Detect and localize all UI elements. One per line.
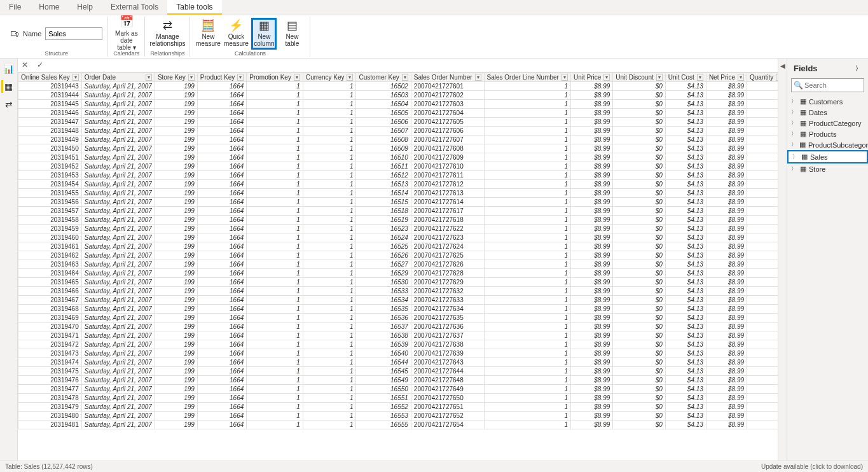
table-row[interactable]: 20319453Saturday, April 21, 200719916641… <box>18 171 778 180</box>
table-row[interactable]: 20319446Saturday, April 21, 200719916641… <box>18 109 778 118</box>
table-row[interactable]: 20319470Saturday, April 21, 200719916641… <box>18 323 778 331</box>
ribbon-tab-external-tools[interactable]: External Tools <box>102 0 167 15</box>
col-header-customer-key[interactable]: Customer Key▾ <box>356 73 411 82</box>
filter-dropdown-icon[interactable]: ▾ <box>776 74 778 81</box>
table-row[interactable]: 20319468Saturday, April 21, 200719916641… <box>18 305 778 314</box>
col-header-sales-order-line-number[interactable]: Sales Order Line Number▾ <box>484 73 570 82</box>
filter-dropdown-icon[interactable]: ▾ <box>237 74 244 81</box>
table-row[interactable]: 20319443Saturday, April 21, 200719916641… <box>18 82 778 91</box>
table-row[interactable]: 20319475Saturday, April 21, 200719916641… <box>18 367 778 376</box>
table-row[interactable]: 20319463Saturday, April 21, 200719916641… <box>18 260 778 269</box>
filter-dropdown-icon[interactable]: ▾ <box>475 74 481 81</box>
new-table-button[interactable]: ▤New table <box>279 18 305 50</box>
table-row[interactable]: 20319460Saturday, April 21, 200719916641… <box>18 233 778 242</box>
quick-measure-button[interactable]: ⚡Quick measure <box>223 18 249 50</box>
filter-dropdown-icon[interactable]: ▾ <box>72 74 79 81</box>
table-row[interactable]: 20319464Saturday, April 21, 200719916641… <box>18 269 778 278</box>
field-table-products[interactable]: 〉▦Products <box>787 128 868 139</box>
field-table-productsubcategory[interactable]: 〉▦ProductSubcategory <box>787 139 868 150</box>
table-row[interactable]: 20319477Saturday, April 21, 200719916641… <box>18 385 778 394</box>
col-header-online-sales-key[interactable]: Online Sales Key▾ <box>18 73 82 82</box>
col-header-currency-key[interactable]: Currency Key▾ <box>303 73 356 82</box>
mark-as-date-button[interactable]: 📅Mark as date table ▾ <box>114 18 139 50</box>
table-row[interactable]: 20319462Saturday, April 21, 200719916641… <box>18 251 778 260</box>
model-view-button[interactable]: ⇄ <box>3 98 15 111</box>
data-view-button[interactable]: ▦ <box>1 80 14 93</box>
filter-dropdown-icon[interactable]: ▾ <box>188 74 195 81</box>
table-row[interactable]: 20319472Saturday, April 21, 200719916641… <box>18 340 778 349</box>
col-header-net-price[interactable]: Net Price▾ <box>706 73 747 82</box>
table-row[interactable]: 20319449Saturday, April 21, 200719916641… <box>18 135 778 144</box>
table-row[interactable]: 20319455Saturday, April 21, 200719916641… <box>18 189 778 198</box>
filter-dropdown-icon[interactable]: ▾ <box>402 74 408 81</box>
field-table-sales[interactable]: 〉▦Sales <box>787 150 868 163</box>
commit-formula-icon[interactable]: ✓ <box>37 60 47 71</box>
filter-dropdown-icon[interactable]: ▾ <box>146 74 152 81</box>
filter-dropdown-icon[interactable]: ▾ <box>347 74 353 81</box>
table-row[interactable]: 20319454Saturday, April 21, 200719916641… <box>18 180 778 189</box>
table-row[interactable]: 20319466Saturday, April 21, 200719916641… <box>18 287 778 296</box>
table-row[interactable]: 20319461Saturday, April 21, 200719916641… <box>18 242 778 251</box>
field-table-productcategory[interactable]: 〉▦ProductCategory <box>787 118 868 128</box>
ribbon-tab-help[interactable]: Help <box>68 0 102 15</box>
filter-dropdown-icon[interactable]: ▾ <box>697 74 703 81</box>
expand-icon[interactable]: 〉 <box>855 64 862 73</box>
col-header-quantity[interactable]: Quantity▾ <box>747 73 778 82</box>
cell: 1 <box>247 323 303 331</box>
table-row[interactable]: 20319448Saturday, April 21, 200719916641… <box>18 127 778 135</box>
ribbon-tab-table-tools[interactable]: Table tools <box>167 0 221 15</box>
status-right[interactable]: Update available (click to download) <box>761 463 863 470</box>
col-header-promotion-key[interactable]: Promotion Key▾ <box>247 73 303 82</box>
ribbon-tab-file[interactable]: File <box>0 0 30 15</box>
col-header-store-key[interactable]: Store Key▾ <box>155 73 197 82</box>
table-row[interactable]: 20319467Saturday, April 21, 200719916641… <box>18 296 778 305</box>
cell: 1 <box>747 233 778 242</box>
table-row[interactable]: 20319459Saturday, April 21, 200719916641… <box>18 225 778 233</box>
table-row[interactable]: 20319474Saturday, April 21, 200719916641… <box>18 358 778 367</box>
new-column-button[interactable]: ▦New column <box>251 18 277 50</box>
collapse-pane-button[interactable]: ◀ <box>778 59 787 461</box>
col-header-order-date[interactable]: Order Date▾ <box>81 73 155 82</box>
table-row[interactable]: 20319479Saturday, April 21, 200719916641… <box>18 403 778 412</box>
filter-dropdown-icon[interactable]: ▾ <box>603 74 610 81</box>
filter-dropdown-icon[interactable]: ▾ <box>656 74 663 81</box>
table-row[interactable]: 20319445Saturday, April 21, 200719916641… <box>18 100 778 109</box>
report-view-button[interactable]: 📊 <box>3 62 15 75</box>
field-table-store[interactable]: 〉▦Store <box>787 163 868 174</box>
table-row[interactable]: 20319457Saturday, April 21, 200719916641… <box>18 207 778 216</box>
filter-dropdown-icon[interactable]: ▾ <box>561 74 568 81</box>
col-header-sales-order-number[interactable]: Sales Order Number▾ <box>411 73 484 82</box>
table-row[interactable]: 20319447Saturday, April 21, 200719916641… <box>18 118 778 127</box>
filter-dropdown-icon[interactable]: ▾ <box>738 74 744 81</box>
col-header-unit-price[interactable]: Unit Price▾ <box>570 73 612 82</box>
table-row[interactable]: 20319481Saturday, April 21, 200719916641… <box>18 420 778 429</box>
col-header-unit-cost[interactable]: Unit Cost▾ <box>665 73 706 82</box>
cell: 20070421727623 <box>411 233 484 242</box>
field-table-dates[interactable]: 〉▦Dates <box>787 107 868 118</box>
grid-scroll[interactable]: Online Sales Key▾Order Date▾Store Key▾Pr… <box>18 73 778 461</box>
table-row[interactable]: 20319469Saturday, April 21, 200719916641… <box>18 314 778 323</box>
table-row[interactable]: 20319478Saturday, April 21, 200719916641… <box>18 394 778 403</box>
filter-dropdown-icon[interactable]: ▾ <box>294 74 300 81</box>
cell: $4.13 <box>665 367 706 376</box>
cancel-formula-icon[interactable]: ✕ <box>22 60 32 71</box>
table-row[interactable]: 20319458Saturday, April 21, 200719916641… <box>18 216 778 225</box>
table-name-input[interactable] <box>45 27 102 40</box>
table-row[interactable]: 20319444Saturday, April 21, 200719916641… <box>18 91 778 100</box>
cell: $8.99 <box>570 100 612 109</box>
table-row[interactable]: 20319473Saturday, April 21, 200719916641… <box>18 349 778 358</box>
new-measure-button[interactable]: 🧮New measure <box>195 18 221 50</box>
table-row[interactable]: 20319465Saturday, April 21, 200719916641… <box>18 278 778 287</box>
table-row[interactable]: 20319476Saturday, April 21, 200719916641… <box>18 376 778 385</box>
field-table-customers[interactable]: 〉▦Customers <box>787 96 868 107</box>
col-header-product-key[interactable]: Product Key▾ <box>197 73 246 82</box>
col-header-unit-discount[interactable]: Unit Discount▾ <box>613 73 665 82</box>
table-row[interactable]: 20319451Saturday, April 21, 200719916641… <box>18 153 778 162</box>
table-row[interactable]: 20319450Saturday, April 21, 200719916641… <box>18 144 778 153</box>
table-row[interactable]: 20319452Saturday, April 21, 200719916641… <box>18 162 778 171</box>
table-row[interactable]: 20319471Saturday, April 21, 200719916641… <box>18 331 778 340</box>
manage-relationships-button[interactable]: ⇄Manage relationships <box>155 18 180 50</box>
ribbon-tab-home[interactable]: Home <box>30 0 68 15</box>
table-row[interactable]: 20319456Saturday, April 21, 200719916641… <box>18 198 778 207</box>
table-row[interactable]: 20319480Saturday, April 21, 200719916641… <box>18 412 778 420</box>
